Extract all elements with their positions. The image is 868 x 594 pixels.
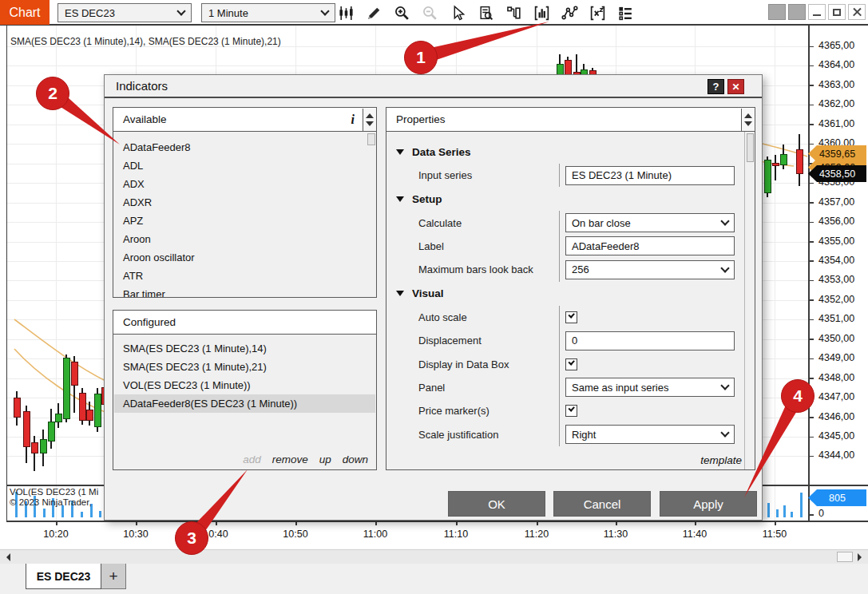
available-item[interactable]: Aroon oscillator [114,248,365,267]
minimize-button[interactable] [808,4,826,20]
configured-item[interactable]: SMA(ES DEC23 (1 Minute),21) [114,358,365,376]
price-axis-line[interactable] [808,26,810,521]
property-row: Maximum bars look back256 [386,258,755,281]
price-tick-label: 4356,00 [818,216,854,227]
collapse-arrow-icon[interactable] [396,291,404,300]
zoom-out-icon [419,2,440,23]
zoom-in-icon[interactable] [391,2,412,23]
available-item[interactable]: ADX [114,175,365,193]
price-tick [808,260,814,262]
displacement-input[interactable]: 0 [565,331,735,350]
label-input[interactable]: ADataFeeder8 [565,236,735,255]
scrollbar-thumb[interactable] [837,552,853,562]
info-icon[interactable]: i [351,113,363,127]
column-divider [559,258,560,281]
property-label: Calculate [418,217,462,229]
available-item[interactable]: ADXR [114,193,365,212]
available-item[interactable]: Aroon [114,230,365,248]
drawing-tools-icon[interactable] [559,2,580,23]
available-item[interactable]: APZ [114,212,365,230]
configured-item[interactable]: VOL(ES DEC23 (1 Minute)) [114,376,365,394]
properties-list-icon[interactable] [615,2,636,23]
auto-scale-checkbox[interactable] [565,311,577,323]
draw-icon[interactable] [363,2,384,23]
panel-toggle-1-button[interactable] [768,4,786,20]
toolbar: Chart ES DEC23 1 Minute [0,0,868,26]
available-item[interactable]: ATR [114,267,365,285]
column-divider [559,352,560,375]
strategies-icon[interactable] [587,2,608,23]
configured-item[interactable]: ADataFeeder8(ES DEC23 (1 Minute)) [114,394,375,413]
candle [71,362,78,386]
restore-button[interactable] [828,4,846,20]
calculate-select[interactable]: On bar close [565,213,735,232]
available-scrollbar-thumb[interactable] [367,133,375,145]
input-series-input[interactable]: ES DEC23 (1 Minute) [565,166,735,185]
available-item[interactable]: ADataFeeder8 [114,138,365,156]
property-label: Displacement [418,335,482,346]
add-tab-button[interactable]: + [101,564,126,589]
dialog-close-button[interactable]: ✕ [727,79,744,94]
cancel-button[interactable]: Cancel [553,491,651,517]
down-link[interactable]: down [343,453,368,465]
available-item[interactable]: ADL [114,156,365,175]
dialog-titlebar[interactable]: Indicators ? ✕ [105,75,762,98]
property-label: Price marker(s) [418,405,489,417]
display-in-data-box-checkbox[interactable] [565,358,577,370]
time-tick-label: 11:50 [763,529,787,540]
candle [780,154,787,165]
scroll-right-arrow-icon[interactable] [858,553,866,561]
instrument-select[interactable]: ES DEC23 [57,3,192,22]
properties-scroll-spinner[interactable] [741,109,755,131]
apply-button[interactable]: Apply [660,491,757,517]
tab-es-dec23[interactable]: ES DEC23 [26,564,101,589]
properties-scrollbar[interactable] [744,132,755,469]
property-group-header[interactable]: Setup [386,187,755,211]
chart-style-icon[interactable] [335,2,356,23]
candle [772,163,779,166]
horizontal-scrollbar[interactable] [0,549,868,564]
dialog-title: Indicators [116,79,168,93]
help-button[interactable]: ? [707,79,724,94]
time-tick-label: 11:00 [363,529,387,540]
template-link[interactable]: template [700,454,742,466]
property-row: Display in Data Box [386,352,755,375]
collapse-arrow-icon[interactable] [396,149,404,159]
chevron-down-icon[interactable] [744,121,752,130]
chart-trader-icon[interactable] [503,2,524,23]
collapse-arrow-icon[interactable] [396,196,404,206]
property-label: Label [418,240,444,252]
column-divider [559,329,560,352]
properties-scrollbar-thumb[interactable] [747,133,754,162]
price-marker-s--checkbox[interactable] [565,405,577,417]
cursor-icon[interactable] [447,2,468,23]
available-scroll-spinner[interactable] [363,109,376,131]
chevron-down-icon[interactable] [366,121,374,130]
candle [63,358,70,419]
panel-toggle-2-button[interactable] [788,4,806,20]
chevron-up-icon[interactable] [744,109,752,118]
time-tick-label: 11:10 [444,529,468,540]
scale-justification-select[interactable]: Right [565,425,735,444]
chart-menu-tab[interactable]: Chart [0,0,50,25]
time-tick [456,521,458,525]
ok-button[interactable]: OK [448,491,545,517]
maximum-bars-look-back-select[interactable]: 256 [565,260,735,279]
interval-select[interactable]: 1 Minute [201,3,335,22]
time-tick [695,521,696,525]
scroll-left-arrow-icon[interactable] [2,553,10,561]
up-link[interactable]: up [319,453,331,465]
remove-link[interactable]: remove [272,453,308,465]
configured-actions: addremoveupdown [243,453,368,465]
available-item[interactable]: Bar timer [114,285,365,297]
data-box-icon[interactable] [475,2,496,23]
price-tick [808,339,814,340]
close-button[interactable] [848,4,866,20]
panel-select[interactable]: Same as input series [565,378,735,397]
chart-frame-left [6,26,7,521]
chevron-up-icon[interactable] [366,109,374,118]
indicators-icon[interactable] [531,2,552,23]
property-group-header[interactable]: Data Series [386,140,755,164]
property-group-header[interactable]: Visual [386,282,755,306]
configured-item[interactable]: SMA(ES DEC23 (1 Minute),14) [114,339,365,358]
